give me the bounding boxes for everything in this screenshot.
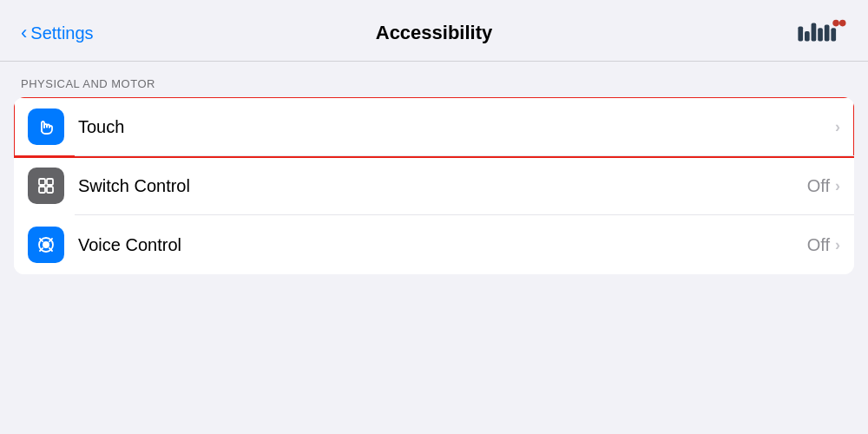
svg-rect-6: [825, 25, 830, 42]
svg-rect-5: [818, 28, 823, 41]
svg-point-0: [832, 20, 839, 27]
voice-control-chevron: ›: [835, 236, 840, 254]
svg-rect-10: [39, 187, 45, 193]
switch-control-icon-wrapper: [28, 168, 64, 204]
touch-chevron: ›: [835, 118, 840, 136]
switch-control-row[interactable]: Switch Control Off ›: [14, 156, 854, 215]
switch-control-label: Switch Control: [78, 176, 807, 196]
voice-control-icon: [35, 233, 57, 256]
header: ‹ Settings Accessibility: [0, 0, 868, 62]
svg-rect-11: [47, 187, 53, 193]
switch-control-icon: [35, 174, 57, 197]
svg-rect-9: [47, 179, 53, 185]
section-label: PHYSICAL AND MOTOR: [0, 62, 868, 97]
settings-group: Touch › Switch Control Off ›: [14, 97, 854, 274]
svg-rect-2: [798, 26, 803, 41]
voice-control-row[interactable]: Voice Control Off ›: [14, 215, 854, 274]
svg-rect-8: [39, 179, 45, 185]
voice-control-icon-wrapper: [28, 227, 64, 263]
touch-row[interactable]: Touch ›: [14, 97, 854, 156]
svg-rect-4: [812, 23, 817, 42]
page-title: Accessibility: [376, 22, 493, 44]
svg-rect-7: [831, 28, 836, 41]
svg-point-1: [839, 20, 846, 27]
back-button[interactable]: ‹ Settings: [21, 22, 94, 44]
svg-point-13: [43, 241, 49, 248]
hand-touch-icon: [35, 115, 57, 138]
voice-control-label: Voice Control: [78, 235, 807, 255]
back-label: Settings: [30, 23, 93, 43]
svg-rect-3: [805, 31, 810, 41]
voice-control-value: Off: [807, 235, 830, 255]
switch-control-chevron: ›: [835, 177, 840, 195]
switch-control-value: Off: [807, 176, 830, 196]
touch-label: Touch: [78, 117, 835, 137]
logo: [795, 16, 847, 50]
touch-icon-wrapper: [28, 108, 64, 145]
back-chevron-icon: ‹: [21, 22, 27, 44]
